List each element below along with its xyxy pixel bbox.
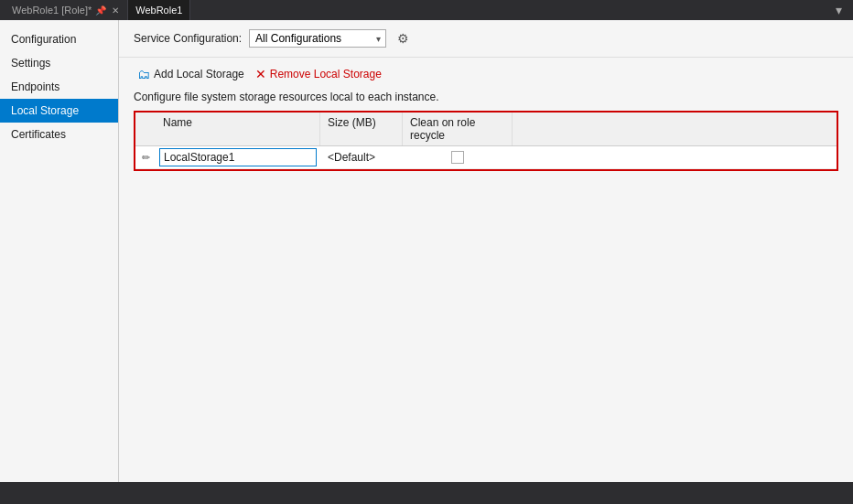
remove-local-storage-button[interactable]: ✕ Remove Local Storage	[252, 65, 385, 83]
pencil-icon: ✏	[142, 152, 150, 164]
add-local-storage-button[interactable]: 🗂 Add Local Storage	[134, 65, 248, 83]
service-config-bar: Service Configuration: All Configuration…	[119, 20, 853, 58]
tab-webrole-role-close[interactable]: ✕	[112, 5, 119, 16]
clean-cell[interactable]	[403, 149, 513, 166]
col-header-clean: Clean on role recycle	[403, 113, 513, 145]
add-local-storage-label: Add Local Storage	[154, 68, 244, 80]
tab-webrole-role[interactable]: WebRole1 [Role]* 📌 ✕	[4, 0, 127, 21]
sidebar-item-certificates[interactable]: Certificates	[0, 123, 118, 146]
col-header-size: Size (MB)	[320, 113, 403, 145]
table-row: ✏ <Default>	[135, 146, 837, 169]
add-icon: 🗂	[137, 67, 150, 81]
remove-icon: ✕	[255, 67, 266, 81]
col-header-extra	[513, 113, 837, 145]
service-config-label: Service Configuration:	[134, 32, 242, 45]
sidebar-item-local-storage[interactable]: Local Storage	[0, 99, 118, 123]
name-cell[interactable]	[156, 146, 320, 168]
sidebar-item-configuration[interactable]: Configuration	[0, 27, 118, 51]
content-area: Service Configuration: All Configuration…	[119, 20, 853, 482]
tab-bar-dropdown[interactable]: ▾	[836, 3, 842, 17]
sidebar-item-settings[interactable]: Settings	[0, 51, 118, 75]
service-config-select[interactable]: All Configurations Cloud Local	[249, 29, 386, 48]
table-header: Name Size (MB) Clean on role recycle	[135, 113, 837, 146]
size-cell[interactable]: <Default>	[320, 149, 403, 166]
toolbar: 🗂 Add Local Storage ✕ Remove Local Stora…	[119, 58, 853, 91]
tab-webrole-label: WebRole1	[135, 5, 182, 16]
sidebar: Configuration Settings Endpoints Local S…	[0, 20, 119, 482]
remove-local-storage-label: Remove Local Storage	[270, 68, 382, 80]
tab-webrole-role-label: WebRole1 [Role]*	[12, 5, 92, 16]
local-storage-table: Name Size (MB) Clean on role recycle ✏ <…	[134, 111, 838, 171]
clean-checkbox[interactable]	[451, 151, 464, 164]
name-input[interactable]	[159, 148, 317, 166]
extra-cell	[513, 155, 837, 159]
sidebar-item-endpoints[interactable]: Endpoints	[0, 75, 118, 99]
description: Configure file system storage resources …	[119, 91, 853, 111]
tab-webrole[interactable]: WebRole1	[127, 0, 190, 21]
service-config-select-wrapper[interactable]: All Configurations Cloud Local	[249, 29, 386, 48]
settings-icon[interactable]: ⚙	[397, 31, 409, 46]
col-header-name: Name	[156, 113, 320, 145]
row-edit-icon: ✏	[135, 148, 156, 167]
tab-webrole-role-pin: 📌	[95, 5, 106, 16]
